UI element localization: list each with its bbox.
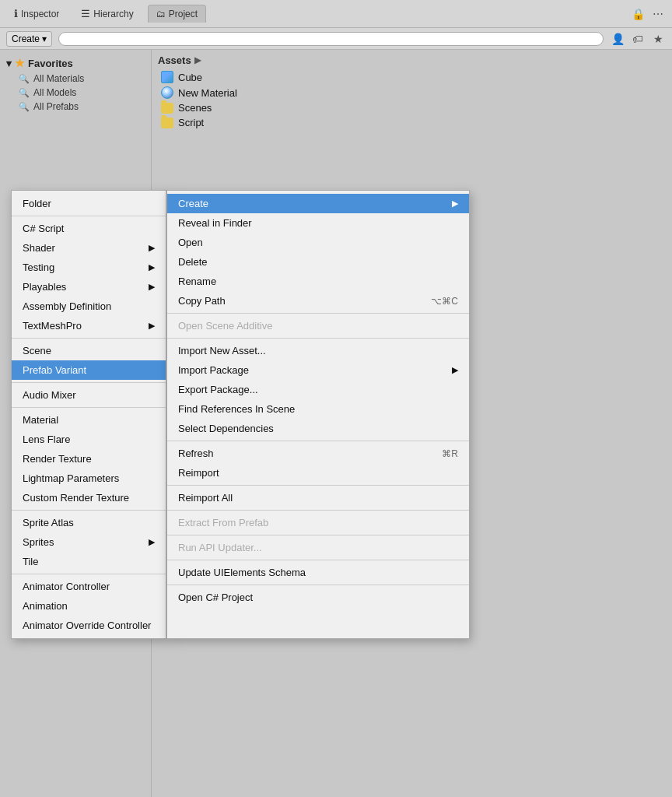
menu-item-reimport-all[interactable]: Reimport All — [167, 488, 469, 507]
create-arrow-icon: ▶ — [452, 198, 458, 209]
divider-r4 — [167, 485, 469, 486]
copy-path-shortcut: ⌥⌘C — [431, 296, 458, 307]
menu-tile-label: Tile — [23, 556, 38, 567]
menu-item-refresh[interactable]: Refresh ⌘R — [167, 444, 469, 463]
menu-sprites-label: Sprites — [23, 536, 54, 548]
menu-textmeshpro-label: TextMeshPro — [23, 320, 82, 332]
menu-extract-from-prefab-label: Extract From Prefab — [178, 517, 268, 528]
tab-inspector-label: Inspector — [21, 9, 59, 19]
project-icon: 🗂 — [156, 9, 166, 19]
menu-item-reimport[interactable]: Reimport — [167, 463, 469, 483]
toolbar: Create ▾ 👤 🏷 ★ — [0, 28, 672, 50]
menu-run-api-updater-label: Run API Updater... — [178, 542, 262, 553]
favorites-expand-icon: ▾ — [6, 58, 12, 69]
asset-new-material-label: New Material — [178, 87, 237, 99]
favorite-icon[interactable]: ★ — [650, 31, 666, 47]
menu-item-audio-mixer[interactable]: Audio Mixer — [12, 385, 166, 405]
menu-item-create[interactable]: Create ▶ — [167, 194, 469, 213]
menu-item-sprite-atlas[interactable]: Sprite Atlas — [12, 513, 166, 532]
all-materials-label: All Materials — [33, 73, 84, 84]
account-icon[interactable]: 👤 — [610, 31, 625, 47]
favorites-star-icon: ★ — [15, 57, 25, 69]
menu-export-package-label: Export Package... — [178, 384, 258, 395]
menu-item-open-csharp-project[interactable]: Open C# Project — [167, 588, 469, 607]
sidebar-item-all-models[interactable]: 🔍 All Models — [0, 86, 151, 100]
menu-item-material[interactable]: Material — [12, 410, 166, 430]
asset-item-new-material[interactable]: New Material — [158, 85, 666, 100]
folder-icon-script — [161, 118, 173, 128]
more-options-icon[interactable]: ⋯ — [650, 6, 666, 22]
menu-item-update-uielements[interactable]: Update UIElements Schema — [167, 563, 469, 582]
menu-import-package-label: Import Package — [178, 364, 249, 376]
menu-find-references-label: Find References In Scene — [178, 403, 295, 415]
menu-rename-label: Rename — [178, 276, 216, 287]
asset-item-scenes[interactable]: Scenes — [158, 100, 666, 115]
menu-scene-label: Scene — [23, 345, 51, 356]
tab-hierarchy-label: Hierarchy — [93, 9, 133, 19]
sidebar-item-all-prefabs[interactable]: 🔍 All Prefabs — [0, 100, 151, 114]
menu-delete-label: Delete — [178, 256, 208, 268]
menu-item-animation[interactable]: Animation — [12, 596, 166, 616]
menu-select-dependencies-label: Select Dependencies — [178, 423, 274, 434]
menu-animation-label: Animation — [23, 600, 68, 612]
magnifier-icon-2: 🔍 — [19, 88, 30, 98]
divider-r1 — [167, 313, 469, 314]
menu-item-render-texture[interactable]: Render Texture — [12, 449, 166, 469]
menu-open-label: Open — [178, 237, 203, 248]
menu-item-animator-controller[interactable]: Animator Controller — [12, 577, 166, 596]
menu-item-animator-override[interactable]: Animator Override Controller — [12, 616, 166, 635]
menu-item-import-new-asset[interactable]: Import New Asset... — [167, 341, 469, 360]
asset-item-script[interactable]: Script — [158, 115, 666, 130]
menu-reimport-all-label: Reimport All — [178, 492, 233, 504]
menu-item-custom-render-texture[interactable]: Custom Render Texture — [12, 488, 166, 507]
menu-item-lightmap-params[interactable]: Lightmap Parameters — [12, 469, 166, 488]
menu-item-reveal-finder[interactable]: Reveal in Finder — [167, 213, 469, 233]
menu-item-find-references[interactable]: Find References In Scene — [167, 399, 469, 419]
menu-item-shader[interactable]: Shader ▶ — [12, 238, 166, 258]
divider-5 — [12, 510, 166, 511]
import-package-arrow-icon: ▶ — [452, 365, 458, 375]
sidebar-item-all-materials[interactable]: 🔍 All Materials — [0, 72, 151, 86]
menu-item-select-dependencies[interactable]: Select Dependencies — [167, 419, 469, 438]
menu-item-lens-flare[interactable]: Lens Flare — [12, 430, 166, 449]
tab-hierarchy[interactable]: ☰ Hierarchy — [73, 5, 141, 23]
all-models-label: All Models — [33, 87, 76, 98]
menu-item-prefab-variant[interactable]: Prefab Variant — [12, 360, 166, 380]
menu-testing-label: Testing — [23, 262, 54, 273]
menu-item-csharp[interactable]: C# Script — [12, 219, 166, 238]
menu-item-testing[interactable]: Testing ▶ — [12, 258, 166, 277]
menu-folder-label: Folder — [23, 198, 51, 209]
menu-item-export-package[interactable]: Export Package... — [167, 380, 469, 399]
context-menu-left: Folder C# Script Shader ▶ Testing ▶ Play… — [11, 190, 166, 639]
menu-item-rename[interactable]: Rename — [167, 272, 469, 291]
magnifier-icon: 🔍 — [19, 74, 30, 84]
testing-arrow-icon: ▶ — [149, 262, 155, 272]
divider-3 — [12, 382, 166, 383]
context-menu-right: Create ▶ Reveal in Finder Open Delete Re… — [166, 190, 470, 639]
menu-item-folder[interactable]: Folder — [12, 194, 166, 213]
menu-item-assembly[interactable]: Assembly Definition — [12, 297, 166, 316]
menu-item-tile[interactable]: Tile — [12, 552, 166, 571]
label-icon[interactable]: 🏷 — [630, 31, 646, 47]
lock-icon[interactable]: 🔒 — [630, 6, 646, 22]
playables-arrow-icon: ▶ — [149, 282, 155, 292]
asset-item-cube[interactable]: Cube — [158, 69, 666, 85]
hierarchy-icon: ☰ — [81, 8, 90, 19]
divider-1 — [12, 216, 166, 216]
search-input[interactable] — [58, 32, 604, 46]
divider-r8 — [167, 585, 469, 585]
menu-item-open[interactable]: Open — [167, 233, 469, 252]
create-button[interactable]: Create ▾ — [6, 31, 52, 47]
tab-inspector[interactable]: ℹ Inspector — [6, 5, 67, 23]
menu-item-delete[interactable]: Delete — [167, 252, 469, 272]
tab-project[interactable]: 🗂 Project — [148, 5, 206, 23]
menu-render-texture-label: Render Texture — [23, 453, 92, 465]
menu-item-import-package[interactable]: Import Package ▶ — [167, 360, 469, 380]
menu-item-sprites[interactable]: Sprites ▶ — [12, 532, 166, 552]
menu-item-textmeshpro[interactable]: TextMeshPro ▶ — [12, 316, 166, 335]
menu-audio-mixer-label: Audio Mixer — [23, 389, 76, 401]
divider-2 — [12, 338, 166, 339]
menu-item-scene[interactable]: Scene — [12, 341, 166, 360]
menu-item-copy-path[interactable]: Copy Path ⌥⌘C — [167, 291, 469, 311]
menu-item-playables[interactable]: Playables ▶ — [12, 277, 166, 297]
